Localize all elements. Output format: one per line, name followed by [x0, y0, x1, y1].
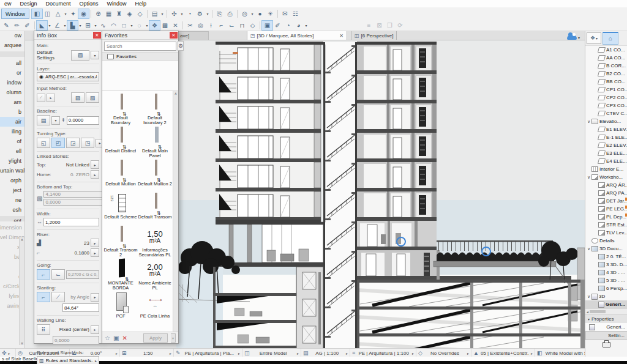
tree-view-button[interactable]: ❖▾ [587, 32, 601, 44]
toolbox-item[interactable]: ne [0, 195, 24, 205]
toolbox-item[interactable]: ent [0, 216, 24, 221]
tree-item[interactable]: 2 0. TÉ... [585, 253, 627, 261]
toolbar-icon[interactable] [91, 10, 91, 18]
favorite-item[interactable]: Default Boundary [103, 94, 138, 125]
palette-titlebar[interactable]: Favorites ✕ [102, 31, 178, 40]
toolbox-item[interactable]: esh [0, 205, 24, 215]
pen-icon[interactable]: ✎ [1, 21, 12, 30]
gear-icon[interactable]: ⚙ [195, 9, 205, 18]
tree-item[interactable]: B2 CO... [585, 70, 627, 78]
scroll-left-icon[interactable]: ◂ [585, 310, 590, 314]
toolbox-item[interactable]: indow [0, 78, 24, 87]
apply-button[interactable]: Apply [143, 333, 168, 343]
toolbar-icon[interactable]: ▾ [129, 21, 134, 30]
chevron-right-icon[interactable]: ▸ [91, 325, 99, 334]
turning-winder-button[interactable]: ◲ [66, 138, 80, 148]
new-favorite-icon[interactable]: ☆ [105, 335, 110, 341]
tree-item[interactable]: CP3 CO... [585, 102, 627, 110]
properties-item-row[interactable]: Generi... [585, 323, 627, 331]
favorites-scrollbar[interactable]: ∧∨ [173, 91, 178, 336]
stair-flight-button[interactable]: ▨ [71, 92, 84, 103]
tree-item[interactable]: E4 ELE... [585, 157, 627, 165]
walk-icon[interactable]: ✦ [68, 9, 78, 18]
toolbox-item[interactable]: or [0, 68, 24, 78]
menu-item[interactable]: ew [0, 0, 16, 7]
renovation-control[interactable]: ▲ 05 | Existente+Constr... [471, 349, 535, 357]
axo-icon[interactable]: △ [53, 9, 63, 18]
new-folder-icon[interactable]: ▣ [113, 335, 119, 341]
lock-icon[interactable]: ◌ [134, 21, 145, 30]
teamwork-cloud-button[interactable]: ▾ [567, 35, 580, 40]
search-input[interactable] [104, 42, 176, 51]
delete-icon[interactable]: ✕ [122, 335, 127, 341]
tab-perspective[interactable]: ◫ [6 Perspective] [351, 31, 397, 40]
toolbox-item[interactable]: olumn [0, 87, 24, 97]
wand-caret-icon[interactable]: ▾ [179, 9, 184, 18]
magic-wand-icon[interactable]: ✣ [169, 9, 179, 18]
paint-icon[interactable]: ✐ [272, 21, 283, 30]
toolbox-item[interactable]: ow [0, 31, 24, 40]
view-caret-icon[interactable]: ▾ [63, 9, 68, 18]
scroll-thumb[interactable] [590, 310, 606, 313]
favorite-item[interactable]: Default Mullion 2 [138, 160, 172, 191]
zoom-pick-icon[interactable]: ◎ [195, 21, 206, 30]
sync-icon[interactable]: ⟳ [395, 21, 405, 30]
tree-item[interactable]: CP1 CO... [585, 86, 627, 94]
apply-options-icon[interactable]: ▾ [171, 333, 176, 343]
project-map-tab[interactable]: ⌂ [603, 32, 618, 45]
favorite-item[interactable]: Default Transom 2 [103, 226, 138, 258]
tree-item[interactable]: DET Jar... [585, 197, 627, 205]
baseline-offset-input[interactable] [67, 116, 99, 125]
chevron-right-icon[interactable]: ▸ [91, 170, 99, 179]
perspective-icon[interactable]: ◫ [42, 9, 53, 18]
collaborate-icon[interactable]: ☷ [290, 9, 301, 18]
favorite-item[interactable]: Default boundary 2 [138, 94, 172, 125]
favorite-item[interactable]: Default Main Panel [138, 127, 172, 158]
toolbox-item[interactable]: orph [0, 176, 24, 185]
tab-3d-marquee[interactable]: ◳ [3D / Marquee, All Stories] ✕ [247, 31, 347, 40]
layer-button[interactable]: ◉ ARQ-ESC | ar...-escada.ARQ# [37, 72, 99, 81]
tree-item[interactable]: 4 3D - ... [585, 269, 627, 277]
chevron-right-icon[interactable]: ▸ [91, 239, 99, 247]
cloud-sync-icon[interactable]: ◔ [184, 9, 195, 18]
tree-item[interactable]: E3 ELE... [585, 149, 627, 157]
layer-combo-control[interactable]: ≡ PE | Arquitetura | 1:100 [350, 349, 416, 357]
team-icon[interactable]: ❒ [385, 21, 395, 30]
chevron-right-icon[interactable]: ▸ [91, 248, 99, 257]
view-3d-icon[interactable]: ◧ [32, 9, 42, 18]
toolbar-icon[interactable] [212, 10, 212, 18]
chevron-right-icon[interactable]: ▸ [91, 160, 99, 169]
orbit2-icon[interactable]: ◕ [293, 21, 304, 30]
cancel-icon[interactable]: ✕ [170, 21, 181, 30]
settings-button[interactable]: Settin... [585, 331, 627, 340]
toolbar-icon[interactable]: ▾ [78, 21, 83, 30]
tree-item[interactable]: Generi... [585, 300, 627, 308]
menu-item[interactable]: Options [75, 0, 103, 7]
menu-item[interactable]: Document [42, 0, 75, 7]
chevron-right-icon[interactable]: ▸ [91, 293, 99, 302]
tree-item[interactable]: 5 3D - ... [585, 277, 627, 284]
look-to-icon[interactable]: ⊕ [93, 9, 103, 18]
tree-item[interactable]: Interior E... [585, 165, 627, 173]
favorite-item[interactable]: Default Distinct [103, 127, 138, 158]
tree-item[interactable]: B COR... [585, 62, 627, 70]
walking-offset-input[interactable] [53, 336, 99, 344]
toolbox-item[interactable]: of [0, 136, 24, 146]
slope-guide-icon[interactable]: ∠ [52, 21, 62, 30]
toolbar-icon[interactable]: ▾ [47, 21, 52, 30]
gear-caret-icon[interactable]: ▾ [205, 9, 210, 18]
brush-icon[interactable]: ✐ [22, 21, 32, 30]
print-icon[interactable]: ⎘ [214, 9, 225, 18]
tree-item[interactable]: 3 3D- D... [585, 261, 627, 269]
menu-item[interactable]: Help [131, 0, 151, 7]
trim-icon[interactable]: ✂ [185, 21, 195, 30]
toolbox-item[interactable]: imension [0, 223, 24, 232]
tree-item[interactable]: 6 Persp... [585, 284, 627, 292]
baseline-mode-button[interactable]: ▤ [37, 115, 50, 125]
stair-settings-button[interactable]: ▨ [71, 50, 89, 61]
favorite-item[interactable]: PCF [103, 292, 138, 324]
going-range-input[interactable] [66, 270, 99, 279]
overrides-control[interactable]: ◇ No Overrides [416, 349, 471, 357]
toolbox-item[interactable]: ject [0, 185, 24, 195]
tree-item[interactable]: CP2 CO... [585, 94, 627, 102]
